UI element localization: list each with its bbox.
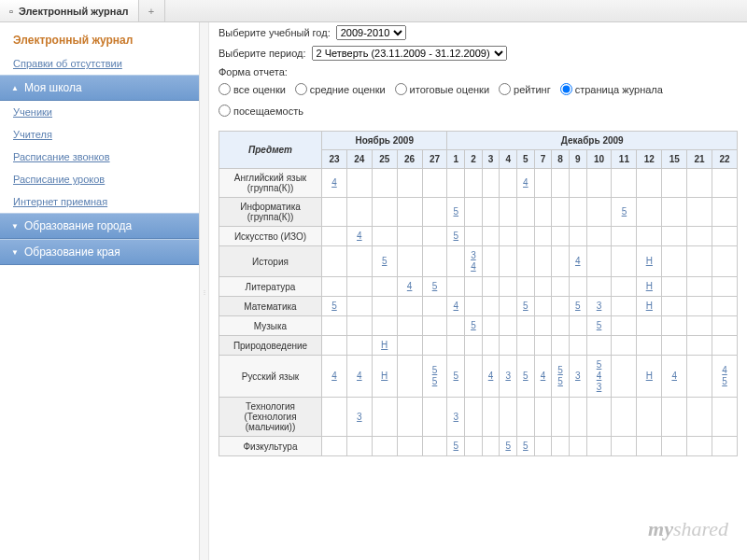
grade-link[interactable]: 5 xyxy=(523,441,529,452)
grade-link[interactable]: 5 xyxy=(432,365,438,376)
grade-cell: 4 xyxy=(517,169,535,198)
grade-link[interactable]: Н xyxy=(646,281,653,292)
grade-link[interactable]: 3 xyxy=(357,412,362,423)
report-form-option[interactable]: итоговые оценки xyxy=(395,83,489,95)
grade-link[interactable]: 3 xyxy=(597,382,602,393)
grade-link[interactable]: 5 xyxy=(622,206,627,217)
grade-link[interactable]: 3 xyxy=(597,301,602,312)
grade-cell xyxy=(500,246,517,277)
grade-link[interactable]: 4 xyxy=(597,371,602,382)
grade-link[interactable]: 5 xyxy=(453,231,458,242)
grade-link[interactable]: 5 xyxy=(722,376,727,387)
grade-cell xyxy=(372,198,397,227)
grade-cell: 5 xyxy=(569,297,586,316)
grade-cell: 4 xyxy=(397,277,422,297)
grade-link[interactable]: 5 xyxy=(575,301,581,312)
grade-link[interactable]: 4 xyxy=(575,256,581,267)
grade-cell xyxy=(612,297,637,316)
grade-link[interactable]: 4 xyxy=(453,301,458,312)
sidebar-link-absence[interactable]: Справки об отсутствии xyxy=(0,52,199,75)
grade-link[interactable]: Н xyxy=(381,340,388,351)
grade-link[interactable]: 5 xyxy=(331,301,337,312)
grade-link[interactable]: 5 xyxy=(505,441,511,452)
sidebar-section-city[interactable]: ▼ Образование города xyxy=(0,213,199,239)
grade-cell xyxy=(534,246,552,277)
new-tab-button[interactable]: + xyxy=(139,0,165,21)
radio-input[interactable] xyxy=(395,83,407,95)
sidebar-link-reception[interactable]: Интернет приемная xyxy=(0,190,199,213)
grade-link[interactable]: 4 xyxy=(471,261,476,273)
sidebar-section-region[interactable]: ▼ Образование края xyxy=(0,239,199,265)
grade-cell xyxy=(517,316,535,336)
report-form-option[interactable]: страница журнала xyxy=(560,83,663,95)
sidebar-link-students[interactable]: Ученики xyxy=(0,101,199,123)
grade-link[interactable]: 5 xyxy=(471,320,476,331)
grade-cell xyxy=(662,227,687,246)
col-header-day: 9 xyxy=(569,150,586,169)
sidebar-link-lesson-schedule[interactable]: Расписание уроков xyxy=(0,168,199,190)
grade-link[interactable]: 4 xyxy=(541,371,546,382)
grade-link[interactable]: Н xyxy=(646,371,653,382)
radio-input[interactable] xyxy=(560,83,572,95)
radio-input[interactable] xyxy=(218,105,231,117)
splitter-handle[interactable]: ⋮ xyxy=(200,22,209,560)
grade-link[interactable]: 5 xyxy=(597,359,602,371)
grade-link[interactable]: 5 xyxy=(382,256,388,267)
radio-label: рейтинг xyxy=(514,84,551,95)
grade-link[interactable]: 4 xyxy=(357,371,362,382)
grade-cell xyxy=(372,169,397,198)
grade-link[interactable]: 3 xyxy=(471,250,476,261)
grade-link[interactable]: 5 xyxy=(523,371,529,382)
radio-input[interactable] xyxy=(295,83,307,95)
grade-cell xyxy=(569,277,586,297)
sidebar-link-teachers[interactable]: Учителя xyxy=(0,123,199,146)
grade-link[interactable]: 5 xyxy=(432,376,438,387)
grade-cell xyxy=(322,198,347,227)
report-form-option[interactable]: средние оценки xyxy=(295,83,386,95)
period-select[interactable]: 2 Четверть (23.11.2009 - 31.12.2009) xyxy=(312,46,507,61)
grade-link[interactable]: 4 xyxy=(331,371,337,382)
grade-cell: 5 xyxy=(447,227,465,246)
grade-link[interactable]: 4 xyxy=(671,371,677,382)
grade-cell xyxy=(687,316,712,336)
report-form-option[interactable]: все оценки xyxy=(218,83,286,95)
grade-cell xyxy=(586,398,612,437)
grade-cell xyxy=(569,437,586,456)
col-header-day: 12 xyxy=(637,150,662,169)
grade-link[interactable]: 4 xyxy=(357,231,362,242)
col-header-day: 4 xyxy=(500,150,517,169)
grade-link[interactable]: 5 xyxy=(597,320,602,331)
grade-link[interactable]: 4 xyxy=(331,177,337,189)
radio-input[interactable] xyxy=(499,83,511,95)
grade-link[interactable]: Н xyxy=(646,256,653,267)
sidebar-section-label: Образование города xyxy=(24,219,132,232)
grade-link[interactable]: 3 xyxy=(453,412,458,423)
grade-link[interactable]: 4 xyxy=(407,281,413,292)
grade-link[interactable]: 5 xyxy=(453,206,458,217)
browser-tab-active[interactable]: ▫ Электронный журнал xyxy=(0,0,139,21)
grade-link[interactable]: 5 xyxy=(557,365,563,376)
grade-link[interactable]: Н xyxy=(381,371,388,382)
report-form-option[interactable]: рейтинг xyxy=(499,83,551,95)
grade-link[interactable]: 5 xyxy=(523,301,529,312)
sidebar-link-bell-schedule[interactable]: Расписание звонков xyxy=(0,146,199,168)
grade-link[interactable]: 4 xyxy=(523,177,529,189)
grade-link[interactable]: 4 xyxy=(488,371,494,382)
grade-link[interactable]: 3 xyxy=(575,371,581,382)
report-form-option[interactable]: посещаемость xyxy=(218,105,303,117)
grade-link[interactable]: Н xyxy=(646,301,653,312)
tab-title: Электронный журнал xyxy=(19,6,129,17)
sidebar-section-myschool[interactable]: ▲ Моя школа xyxy=(0,75,199,101)
grade-link[interactable]: 5 xyxy=(432,281,438,292)
grade-link[interactable]: 5 xyxy=(453,371,458,382)
grade-cell: 45 xyxy=(712,356,738,398)
grade-link[interactable]: 5 xyxy=(453,441,458,452)
grade-cell: 4 xyxy=(322,169,347,198)
grade-cell xyxy=(662,246,687,277)
grade-link[interactable]: 5 xyxy=(557,376,563,387)
year-select[interactable]: 2009-2010 xyxy=(336,25,406,40)
radio-input[interactable] xyxy=(218,83,231,95)
col-header-day: 11 xyxy=(612,150,637,169)
grade-link[interactable]: 3 xyxy=(505,371,511,382)
grade-link[interactable]: 4 xyxy=(722,365,727,376)
